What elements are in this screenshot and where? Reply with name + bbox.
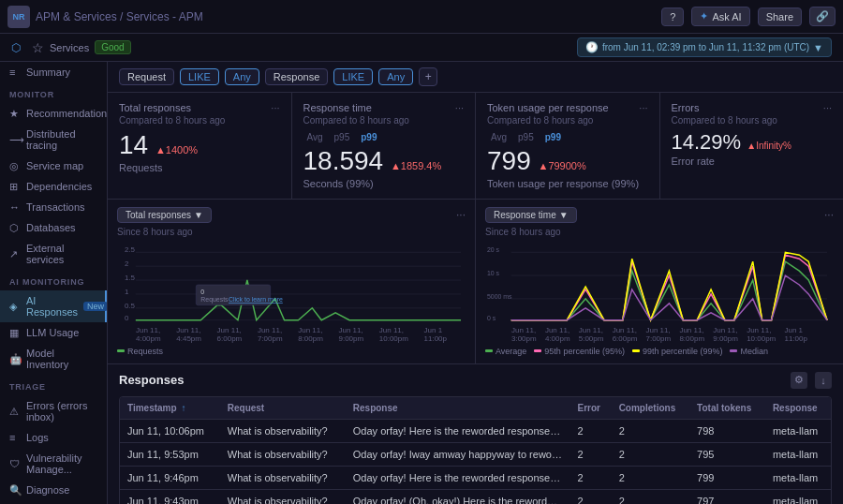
sidebar-item-external-services[interactable]: ↗ External services <box>0 238 107 270</box>
cell-completions-0: 2 <box>612 419 689 442</box>
external-icon: ↗ <box>9 248 21 259</box>
col-request[interactable]: Request <box>220 397 346 420</box>
legend-dot-requests <box>117 349 125 352</box>
cell-model-0: meta-llam <box>765 419 831 442</box>
sidebar-item-transactions[interactable]: ↔ Transactions <box>0 197 107 217</box>
sidebar: ≡ Summary MONITOR ★ Recommendations ⟶ Di… <box>0 62 108 504</box>
link-button[interactable]: 🔗 <box>809 7 836 26</box>
clock-icon: 🕐 <box>585 41 599 53</box>
help-button[interactable]: ? <box>661 7 684 26</box>
metric-subtitle-responses: Compared to 8 hours ago <box>119 115 280 126</box>
metric-response-time: Response time ··· Compared to 8 hours ag… <box>292 93 477 199</box>
sidebar-section-ai: AI MONITORING <box>0 270 107 290</box>
x-axis-labels-responses: Jun 11,4:00pm Jun 11,4:45pm Jun 11,6:00p… <box>117 326 466 343</box>
metric-subtitle-errors: Compared to 8 hours ago <box>672 115 833 126</box>
metric-more-time[interactable]: ··· <box>455 102 464 113</box>
metric-more-responses[interactable]: ··· <box>271 102 279 113</box>
col-response-model[interactable]: Response <box>765 397 831 420</box>
map-icon: ◎ <box>9 160 21 171</box>
tab-avg-tokens[interactable]: Avg <box>487 131 510 143</box>
breadcrumb: APM & Services / Services - APM <box>36 10 203 23</box>
model-icon: 🤖 <box>9 353 21 364</box>
legend-dot-p99 <box>632 349 640 352</box>
svg-text:0 s: 0 s <box>487 314 496 320</box>
settings-icon[interactable]: ⚙ <box>791 372 807 389</box>
sidebar-item-diagnose[interactable]: 🔍 Diagnose <box>0 480 107 500</box>
cell-response-3: Oday orfay! (Oh, okay!) Here is the rewo… <box>346 489 570 504</box>
col-completions[interactable]: Completions <box>612 397 689 420</box>
sidebar-item-errors[interactable]: ⚠ Errors (errors inbox) <box>0 395 107 427</box>
star-icon[interactable]: ☆ <box>32 40 44 55</box>
col-error[interactable]: Error <box>570 397 612 420</box>
sidebar-item-ai-responses[interactable]: ◈ AI Responses New <box>0 290 107 322</box>
svg-text:1: 1 <box>125 288 129 296</box>
metric-more-tokens[interactable]: ··· <box>639 102 647 113</box>
chart-more-responses[interactable]: ··· <box>456 208 466 221</box>
time-range-selector[interactable]: 🕐 from Jun 11, 02:39 pm to Jun 11, 11:32… <box>577 37 832 57</box>
add-filter-button[interactable]: + <box>419 67 437 86</box>
sidebar-item-model-inventory[interactable]: 🤖 Model Inventory <box>0 343 107 375</box>
table-row[interactable]: Jun 11, 9:53pm What is observability? Od… <box>120 442 831 466</box>
metric-subtitle-tokens: Compared to 8 hours ago <box>487 115 648 126</box>
chart-title-pill-time[interactable]: Response time ▼ <box>485 207 577 223</box>
cell-response-0: Oday orfay! Here is the reworded respons… <box>346 419 570 442</box>
chart-title-pill-responses[interactable]: Total responses ▼ <box>117 207 212 223</box>
tab-p95[interactable]: p95 <box>331 131 354 143</box>
tab-p99-tokens[interactable]: p99 <box>541 131 565 143</box>
metric-label-errors: Error rate <box>672 156 833 167</box>
sidebar-item-llm-usage[interactable]: ▦ LLM Usage <box>0 322 107 343</box>
main-content: Request LIKE Any Response LIKE Any + <box>108 62 843 504</box>
cell-tokens-3: 797 <box>689 489 765 504</box>
response-filter[interactable]: Response <box>265 68 329 85</box>
any-filter-1[interactable]: Any <box>225 68 259 85</box>
new-badge: New <box>83 302 108 311</box>
request-filter[interactable]: Request <box>119 68 174 85</box>
sidebar-item-dependencies[interactable]: ⊞ Dependencies <box>0 176 107 197</box>
diagnose-icon: 🔍 <box>9 484 21 496</box>
responses-section: Responses ⚙ ↓ Timestamp ↑ Request Respon… <box>108 364 843 504</box>
metric-more-errors[interactable]: ··· <box>823 102 832 113</box>
cell-request-3: What is observability? <box>220 489 346 504</box>
chart-response-time: Response time ▼ ··· Since 8 hours ago 20… <box>476 200 843 363</box>
cell-response-1: Oday orfay! Iway amway happyway to rewor… <box>346 442 570 466</box>
chart-more-time[interactable]: ··· <box>824 208 834 221</box>
sort-icon: ↑ <box>181 403 185 413</box>
svg-text:2.5: 2.5 <box>125 245 136 254</box>
svg-text:10 s: 10 s <box>487 270 500 276</box>
recommendations-icon: ★ <box>9 108 21 119</box>
chart-header-responses: Total responses ▼ ··· <box>117 207 466 223</box>
x-axis-labels-time: Jun 11,3:00pm Jun 11,4:00pm Jun 11,5:00p… <box>485 326 834 343</box>
col-response[interactable]: Response <box>346 397 570 420</box>
table-row[interactable]: Jun 11, 9:43pm What is observability? Od… <box>120 489 831 504</box>
cell-response-2: Oday orfay! Here is the reworded respons… <box>346 466 570 489</box>
like-filter-1[interactable]: LIKE <box>180 68 219 85</box>
table-row[interactable]: Jun 11, 9:46pm What is observability? Od… <box>120 466 831 489</box>
metric-value-responses: 14 ▲1400% <box>119 131 280 160</box>
svg-text:2: 2 <box>125 259 128 268</box>
tab-avg[interactable]: Avg <box>303 131 327 143</box>
sidebar-item-summary[interactable]: ≡ Summary <box>0 62 107 82</box>
responses-title: Responses <box>119 373 184 387</box>
sidebar-item-logs[interactable]: ≡ Logs <box>0 427 107 448</box>
sidebar-section-triage: TRIAGE <box>0 375 107 395</box>
tab-p99[interactable]: p99 <box>357 131 380 143</box>
sidebar-item-distributed-tracing[interactable]: ⟶ Distributed tracing <box>0 124 107 156</box>
table-row[interactable]: Jun 11, 10:06pm What is observability? O… <box>120 419 831 442</box>
metric-title-response-time: Response time ··· <box>303 102 465 113</box>
col-timestamp[interactable]: Timestamp ↑ <box>120 397 220 420</box>
ask-ai-button[interactable]: ✦ Ask AI <box>691 7 749 26</box>
metric-value-tokens: 799 ▲79900% <box>487 147 648 176</box>
chart-legend-time: Average 95th percentile (95%) 99th perce… <box>485 347 834 356</box>
tab-p95-tokens[interactable]: p95 <box>514 131 538 143</box>
share-button[interactable]: Share <box>758 7 802 26</box>
any-filter-2[interactable]: Any <box>378 68 413 85</box>
sidebar-item-service-map[interactable]: ◎ Service map <box>0 156 107 176</box>
col-total-tokens[interactable]: Total tokens <box>689 397 765 420</box>
sidebar-item-databases[interactable]: ⬡ Databases <box>0 217 107 238</box>
svg-text:0: 0 <box>125 313 129 321</box>
cell-request-2: What is observability? <box>220 466 346 489</box>
sidebar-item-vulnerability[interactable]: 🛡 Vulnerability Manage... <box>0 448 107 480</box>
sidebar-item-recommendations[interactable]: ★ Recommendations <box>0 103 107 124</box>
download-icon[interactable]: ↓ <box>815 372 832 389</box>
like-filter-2[interactable]: LIKE <box>333 68 373 85</box>
